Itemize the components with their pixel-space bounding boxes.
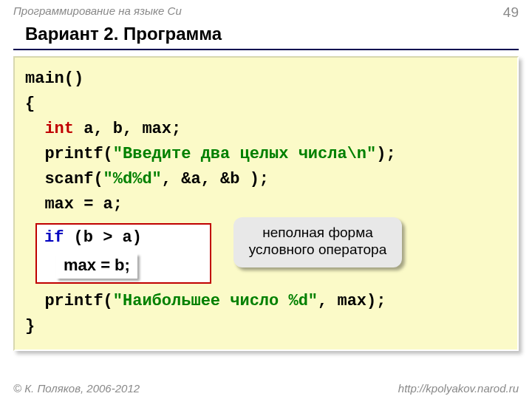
code-line: printf("Наибольшее число %d", max); xyxy=(25,289,507,314)
keyword-int: int xyxy=(44,120,74,138)
code-line: scanf("%d%d", &a, &b ); xyxy=(25,167,507,192)
callout-note: неполная форма условного оператора xyxy=(233,217,402,267)
title-rule xyxy=(13,49,519,50)
course-name: Программирование на языке Си xyxy=(13,4,182,21)
code-block: main() { int a, b, max; printf("Введите … xyxy=(13,56,519,351)
slide-title: Вариант 2. Программа xyxy=(0,22,532,49)
code-line: printf("Введите два целых числа\n"); xyxy=(25,142,507,167)
site-url: http://kpolyakov.narod.ru xyxy=(398,382,519,395)
keyword-if: if xyxy=(44,228,64,247)
footer: © К. Поляков, 2006-2012 http://kpolyakov… xyxy=(0,382,532,395)
code-line: { xyxy=(25,92,507,117)
assignment-box: max = b; xyxy=(56,253,137,279)
code-line: max = a; xyxy=(25,192,507,217)
code-line: int a, b, max; xyxy=(25,117,507,142)
string-literal: "Введите два целых числа\n" xyxy=(113,145,376,163)
header: Программирование на языке Си 49 xyxy=(0,0,532,22)
copyright: © К. Поляков, 2006-2012 xyxy=(13,382,140,395)
string-literal: "%d%d" xyxy=(103,170,162,188)
code-line: } xyxy=(25,314,507,339)
page-number: 49 xyxy=(503,4,519,21)
if-highlight-box: if (b > a) max = b; xyxy=(35,223,211,284)
if-line: if (b > a) xyxy=(44,228,202,249)
code-line: main() xyxy=(25,66,507,92)
string-literal: "Наибольшее число %d" xyxy=(113,292,318,310)
